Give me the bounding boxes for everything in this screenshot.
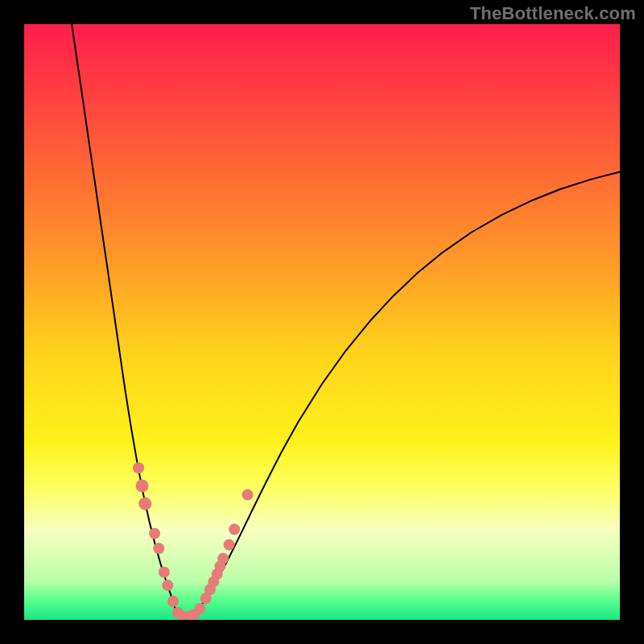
watermark-text: TheBottleneck.com: [470, 3, 636, 24]
chart-svg: [24, 24, 620, 620]
data-marker: [224, 539, 235, 551]
data-marker: [133, 462, 144, 473]
plot-area: [24, 24, 620, 620]
gradient-background: [24, 24, 620, 620]
data-marker: [194, 603, 205, 614]
data-marker: [162, 580, 173, 591]
data-marker: [149, 528, 160, 539]
data-marker: [136, 480, 149, 493]
data-marker: [153, 543, 164, 554]
data-marker: [167, 596, 179, 607]
data-marker: [159, 567, 170, 578]
data-marker: [242, 489, 254, 501]
chart-frame: TheBottleneck.com: [0, 0, 644, 644]
data-marker: [229, 524, 240, 535]
data-marker: [138, 497, 151, 510]
data-marker: [217, 553, 229, 564]
